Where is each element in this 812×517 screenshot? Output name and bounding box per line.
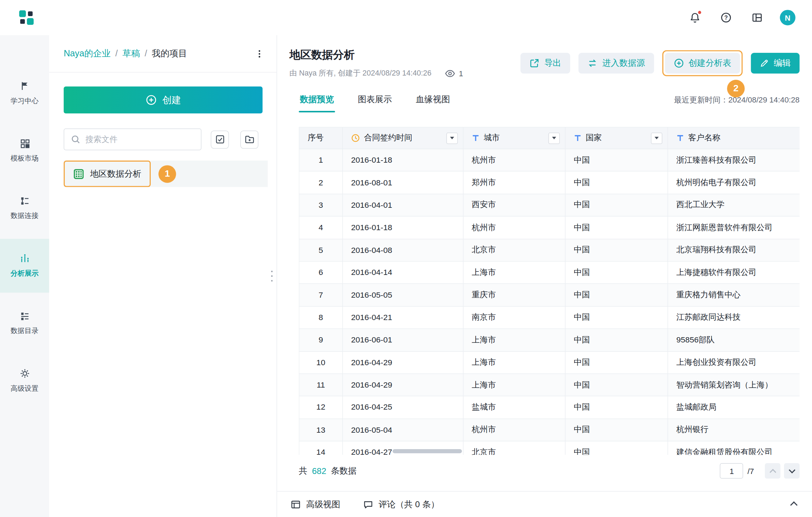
bottom-bar: 高级视图 评论（共 0 条） [277,491,812,517]
edit-button[interactable]: 编辑 [751,52,799,73]
page-total: /7 [748,467,754,475]
table-row[interactable]: 12 2016-04-25 盐城市 中国 盐城邮政局 [299,396,799,419]
tabs: 数据预览 图表展示 血缘视图 [299,94,451,112]
caret-down-icon [552,137,556,139]
column-filter-button[interactable] [447,132,458,144]
data-catalog-icon [20,311,30,321]
cell-contract-date: 2016-04-29 [343,374,463,396]
pencil-icon [760,58,769,68]
cell-city: 西安市 [463,194,565,216]
table-row[interactable]: 7 2016-05-05 重庆市 中国 重庆格力销售中心 [299,284,799,306]
table-row[interactable]: 2 2016-08-01 郑州市 中国 杭州明佑电子有限公司 [299,171,799,194]
view-count: 1 [459,69,463,78]
table-row[interactable]: 9 2016-06-01 上海市 中国 95856部队 [299,329,799,351]
breadcrumb-org-link[interactable]: Naya的企业 [64,48,111,59]
table-row[interactable]: 11 2016-04-29 上海市 中国 智动营销策划咨询（上海） [299,374,799,396]
cell-city: 盐城市 [463,396,565,419]
cell-city: 杭州市 [463,419,565,441]
breadcrumb-draft-link[interactable]: 草稿 [122,48,140,59]
cell-customer-name: 95856部队 [668,329,800,351]
table-row[interactable]: 13 2016-05-04 杭州市 中国 杭州银行 [299,419,799,441]
column-header[interactable]: 客户名称 [668,127,800,149]
create-button[interactable]: 创建 [64,86,263,113]
svg-text:?: ? [724,14,728,21]
workspace-layout-button[interactable] [749,9,765,26]
chevron-up-icon [769,469,776,475]
column-header[interactable]: 城市 [463,127,565,149]
gear-icon [20,368,30,379]
column-filter-button[interactable] [651,132,662,144]
table-row[interactable]: 3 2016-04-01 西安市 中国 西北工业大学 [299,194,799,216]
data-connection-icon [20,196,30,206]
next-page-button[interactable] [784,463,799,479]
cell-city: 杭州市 [463,217,565,239]
cell-index: 13 [299,419,342,441]
breadcrumb-row: Naya的企业 / 草稿 / 我的项目 [49,35,277,72]
create-analysis-table-button[interactable]: 创建分析表 [665,52,740,73]
new-folder-button[interactable] [240,130,258,148]
table-row[interactable]: 1 2016-01-18 杭州市 中国 浙江臻善科技有限公司 [299,149,799,171]
column-header-label: 序号 [308,133,324,143]
enter-datasource-button[interactable]: 进入数据源 [578,52,654,73]
notifications-button[interactable] [687,9,703,26]
sidebar-item[interactable]: 模板市场 [0,124,49,178]
page-input[interactable] [720,463,743,479]
cell-city: 上海市 [463,329,565,351]
tab[interactable]: 数据预览 [299,94,335,112]
sidebar-item[interactable]: 学习中心 [0,66,49,120]
sidebar-item[interactable]: 高级设置 [0,354,49,408]
cell-index: 12 [299,396,342,419]
app-logo[interactable] [19,10,34,25]
tab[interactable]: 血缘视图 [415,94,451,112]
cell-contract-date: 2016-04-21 [343,306,463,329]
table-row[interactable]: 8 2016-04-21 南京市 中国 江苏邮政同达科技 [299,306,799,329]
horizontal-scrollbar-thumb[interactable] [392,449,462,453]
help-button[interactable]: ? [718,9,734,26]
table-row[interactable]: 14 2016-04-27 北京市 中国 建信金融租赁股份有限公司 [299,441,799,455]
table-row[interactable]: 6 2016-04-14 上海市 中国 上海捷穗软件有限公司 [299,261,799,284]
breadcrumb-separator: / [115,48,118,59]
file-list-item[interactable]: 地区数据分析 1 [64,161,268,187]
column-header-label: 客户名称 [688,133,720,143]
cell-contract-date: 2016-04-01 [343,194,463,216]
table-row[interactable]: 10 2016-04-29 上海市 中国 上海创业投资有限公司 [299,351,799,374]
cell-city: 上海市 [463,261,565,284]
plus-circle-icon [674,58,684,68]
column-header[interactable]: 序号 [299,127,342,149]
column-header[interactable]: 合同签约时间 [343,127,463,149]
collapse-panel-button[interactable] [789,497,799,511]
column-filter-button[interactable] [548,132,560,144]
export-button[interactable]: 导出 [520,52,570,73]
user-avatar[interactable]: N [780,10,795,25]
comments-button[interactable]: 评论（共 0 条） [363,498,439,510]
sidebar-item[interactable]: 数据连接 [0,181,49,235]
cell-country: 中国 [565,419,668,441]
cell-country: 中国 [565,396,668,419]
tab[interactable]: 图表展示 [357,94,393,112]
list-view-toggle-button[interactable] [211,130,229,148]
cell-index: 14 [299,441,342,455]
table-row[interactable]: 5 2016-04-08 北京市 中国 北京瑞翔科技有限公司 [299,239,799,261]
sidebar-item[interactable]: 数据目录 [0,296,49,350]
cell-index: 4 [299,217,342,239]
more-menu-button[interactable] [253,47,266,61]
cell-customer-name: 建信金融租赁股份有限公司 [668,441,800,455]
comment-icon [363,499,373,510]
panel-resize-handle[interactable] [268,269,276,283]
column-header[interactable]: 国家 [565,127,668,149]
table-row[interactable]: 4 2016-01-18 杭州市 中国 浙江网新恩普软件有限公司 [299,217,799,239]
panel-divider [49,72,277,72]
sidebar-item[interactable]: 分析展示 [0,239,49,293]
prev-page-button[interactable] [765,463,780,479]
search-icon [70,134,81,145]
checklist-icon [215,134,225,145]
cell-city: 上海市 [463,374,565,396]
title-block: 地区数据分析 由 Naya 所有, 创建于 2024/08/29 14:40:2… [290,48,463,78]
annotation-box-2: 创建分析表 [662,50,742,76]
cell-country: 中国 [565,284,668,306]
advanced-view-button[interactable]: 高级视图 [291,498,340,510]
search-input[interactable] [85,135,195,144]
pagination: /7 [720,463,799,479]
cell-country: 中国 [565,194,668,216]
eye-icon [445,70,455,77]
